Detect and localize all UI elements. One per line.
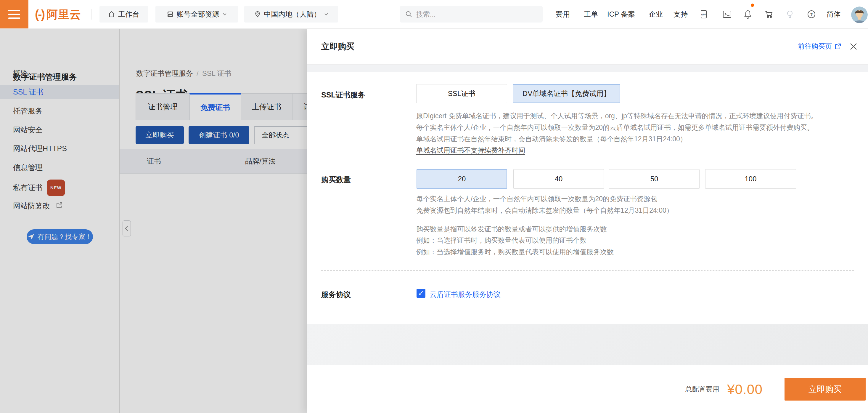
screen: 数字证书管理服务 概览 SSL 证书 托管服务 网站安全 网站代理HTTPS 信… [0,0,868,413]
agreement-checkbox[interactable]: ✓ [416,289,426,298]
notification-bell-icon[interactable] [743,9,752,19]
quantity-note5: 例如：当选择增值服务时，购买数量代表可以使用的增值服务次数 [416,247,614,257]
service-desc-line1-underline: 原DIgicert 免费单域名证书 [416,112,496,120]
agreement-row-label: 服务协议 [321,290,351,299]
topbar-link-billing[interactable]: 费用 [556,0,570,28]
drawer-buy-now-button[interactable]: 立即购买 [784,378,866,401]
account-resources-label: 账号全部资源 [177,9,219,19]
account-resources-button[interactable]: 账号全部资源 [155,6,238,23]
drawer-gray-section [307,324,868,365]
option-ssl-cert[interactable]: SSL证书 [416,84,507,103]
drawer-header: 立即购买 前往购买页 [307,28,868,65]
resources-icon [167,11,174,18]
user-avatar[interactable] [851,6,868,23]
workbench-button[interactable]: 工作台 [99,6,148,23]
avatar-image [851,6,868,23]
aliyun-logo-text: 阿里云 [46,8,81,21]
external-link-icon [834,43,841,50]
aliyun-logo[interactable]: (-)阿里云 [35,0,81,28]
topbar-link-icp[interactable]: ICP 备案 [607,0,635,28]
home-icon [108,11,115,18]
top-bar: (-)阿里云 工作台 账号全部资源 中国内地（大陆） 搜索... 费用 工单 I… [0,0,868,29]
quantity-note3: 购买数量是指可以签发证书的数量或者可以提供的增值服务次数 [416,225,607,234]
quantity-note2: 免费资源包到自然年结束时，会自动清除未签发的数量（每个自然年12月31日24:0… [416,206,673,215]
lightbulb-icon[interactable] [785,9,795,19]
topbar-link-enterprise[interactable]: 企业 [649,0,663,28]
search-placeholder: 搜索... [416,10,435,19]
hamburger-menu-icon[interactable] [0,0,28,28]
option-dv-free-trial[interactable]: DV单域名证书【免费试用】 [513,84,620,103]
svg-text:APP: APP [701,13,707,16]
quantity-note4: 例如：当选择证书时，购买数量代表可以使用的证书个数 [416,236,586,245]
language-switcher[interactable]: 简体 [827,0,841,28]
cart-icon[interactable] [764,9,774,19]
topbar-link-support[interactable]: 支持 [674,0,688,28]
search-input[interactable]: 搜索... [400,6,542,23]
quantity-option-100[interactable]: 100 [705,169,796,189]
quantity-option-50[interactable]: 50 [609,169,700,189]
quantity-option-20[interactable]: 20 [416,169,507,189]
service-desc-line3: 单域名试用证书在自然年结束时，会自动清除未签发的数量（每个自然年12月31日24… [416,135,687,144]
aliyun-logo-mark: (-) [35,8,44,21]
app-icon[interactable]: APP [699,9,708,19]
service-desc-line1: 原DIgicert 免费单域名证书，建议用于测试、个人试用等场景，org、jp等… [416,111,818,121]
terminal-icon[interactable] [722,9,732,19]
quantity-row-label: 购买数量 [321,175,351,184]
drawer-scroll-strip [307,65,868,72]
service-desc-line4: 单域名试用证书不支持续费补齐时间 [416,146,525,155]
modal-dim-overlay[interactable] [0,28,307,413]
svg-text:?: ? [810,12,813,17]
search-icon [405,10,413,18]
drawer-footer: 总配置费用 ¥0.00 立即购买 [307,365,868,413]
quantity-option-40[interactable]: 40 [513,169,604,189]
buy-now-drawer: 立即购买 前往购买页 SSL证书服务 SSL证书 DV单域名证书【免费试用】 原… [307,28,868,413]
total-fee-value: ¥0.00 [727,381,763,397]
service-row-label: SSL证书服务 [321,90,365,100]
topbar-link-tickets[interactable]: 工单 [584,0,598,28]
region-label: 中国内地（大陆） [264,9,321,19]
close-icon[interactable] [849,42,858,51]
chevron-down-icon [324,12,329,17]
total-fee-label: 总配置费用 [685,385,719,394]
quantity-note1: 每个实名主体个人/企业，一个自然年内可以领取一次数量为20的免费证书资源包 [416,194,657,204]
notification-dot [751,4,754,7]
dashed-divider [321,270,854,271]
chevron-down-icon [222,12,227,17]
goto-purchase-page-label: 前往购买页 [798,42,832,51]
drawer-title: 立即购买 [321,41,354,52]
service-desc-line1-rest: ，建议用于测试、个人试用等场景，org、jp等特殊域名存在无法申请的情况，正式环… [496,112,818,120]
region-selector[interactable]: 中国内地（大陆） [244,6,338,23]
workbench-label: 工作台 [118,9,140,19]
goto-purchase-page-link[interactable]: 前往购买页 [798,42,841,51]
service-desc-line2: 每个实名主体个人/企业，一个自然年内可以领取一次数量为20的云盾单域名试用证书，… [416,123,814,132]
location-pin-icon [254,11,261,18]
agreement-link[interactable]: 云盾证书服务服务协议 [430,290,501,299]
help-icon[interactable]: ? [807,9,816,19]
